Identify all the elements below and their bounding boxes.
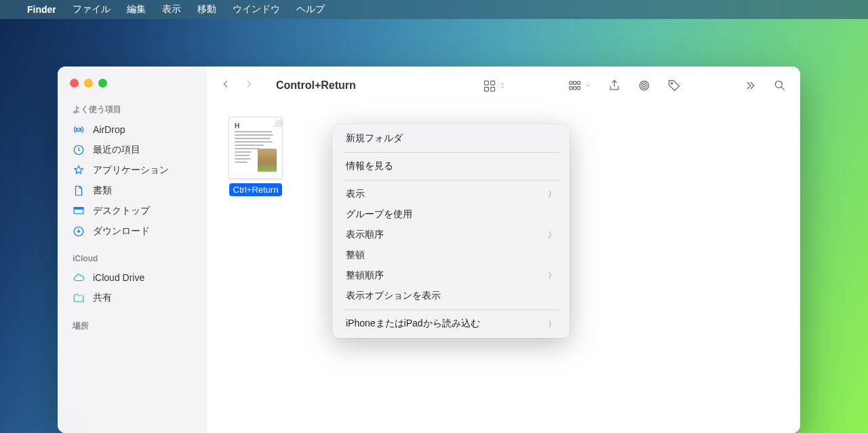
close-button[interactable] bbox=[70, 79, 79, 88]
window-controls bbox=[58, 76, 207, 98]
svg-rect-3 bbox=[74, 208, 83, 209]
sidebar-item-recents[interactable]: 最近の項目 bbox=[58, 140, 207, 160]
sidebar-item-label: アプリケーション bbox=[93, 164, 169, 176]
cm-get-info[interactable]: 情報を見る bbox=[336, 156, 566, 176]
svg-point-0 bbox=[77, 128, 81, 132]
chevron-right-icon: 〉 bbox=[548, 270, 556, 282]
sidebar-item-label: 最近の項目 bbox=[93, 144, 140, 156]
cm-import-from-device[interactable]: iPhoneまたはiPadから読み込む〉 bbox=[336, 314, 566, 334]
system-menubar: Finder ファイル 編集 表示 移動 ウインドウ ヘルプ bbox=[0, 0, 868, 19]
minimize-button[interactable] bbox=[84, 79, 93, 88]
svg-point-20 bbox=[775, 81, 782, 88]
svg-point-17 bbox=[642, 82, 647, 88]
svg-rect-13 bbox=[570, 86, 572, 89]
shared-folder-icon bbox=[73, 292, 85, 304]
svg-point-19 bbox=[671, 82, 673, 84]
menubar-app-name[interactable]: Finder bbox=[27, 4, 56, 15]
download-icon bbox=[73, 225, 85, 238]
sidebar-item-label: AirDrop bbox=[93, 124, 125, 135]
sidebar-item-icloud-drive[interactable]: iCloud Drive bbox=[58, 267, 207, 288]
applications-icon bbox=[73, 164, 85, 176]
cm-new-folder[interactable]: 新規フォルダ bbox=[336, 128, 566, 149]
cm-use-groups[interactable]: グループを使用 bbox=[336, 204, 566, 225]
svg-rect-7 bbox=[491, 81, 495, 85]
sidebar-item-shared[interactable]: 共有 bbox=[58, 288, 207, 308]
sidebar-item-label: iCloud Drive bbox=[93, 272, 144, 283]
svg-rect-8 bbox=[485, 87, 489, 91]
menubar-help[interactable]: ヘルプ bbox=[296, 3, 325, 16]
file-name-label[interactable]: Ctrl+Return bbox=[229, 183, 283, 196]
sidebar-item-applications[interactable]: アプリケーション bbox=[58, 160, 207, 181]
svg-rect-11 bbox=[574, 81, 576, 84]
airdrop-toolbar-icon[interactable] bbox=[637, 79, 651, 92]
cm-view[interactable]: 表示〉 bbox=[336, 184, 566, 204]
window-title: Control+Return bbox=[273, 79, 356, 92]
svg-rect-6 bbox=[485, 81, 489, 85]
svg-point-16 bbox=[643, 84, 645, 86]
finder-toolbar: Control+Return bbox=[207, 67, 800, 105]
search-button[interactable] bbox=[773, 79, 787, 92]
tags-button[interactable] bbox=[667, 79, 681, 92]
sidebar-header-icloud: iCloud bbox=[58, 250, 207, 267]
forward-button[interactable] bbox=[243, 79, 254, 92]
svg-rect-12 bbox=[577, 81, 580, 84]
clock-icon bbox=[73, 144, 85, 156]
sidebar-item-label: ダウンロード bbox=[93, 225, 150, 238]
chevron-right-icon: 〉 bbox=[548, 318, 556, 330]
desktop-icon bbox=[73, 205, 85, 217]
share-button[interactable] bbox=[608, 79, 621, 92]
menubar-go[interactable]: 移動 bbox=[197, 3, 216, 16]
sidebar-item-airdrop[interactable]: AirDrop bbox=[58, 119, 207, 140]
svg-rect-10 bbox=[570, 81, 572, 84]
cm-clean-up[interactable]: 整頓 bbox=[336, 245, 566, 265]
back-button[interactable] bbox=[220, 79, 231, 92]
context-menu: 新規フォルダ 情報を見る 表示〉 グループを使用 表示順序〉 整頓 整頓順序〉 … bbox=[332, 124, 570, 338]
cloud-icon bbox=[73, 271, 85, 284]
menubar-view[interactable]: 表示 bbox=[162, 3, 181, 16]
finder-window: よく使う項目 AirDrop 最近の項目 アプリケーション 書類 デスクトップ bbox=[58, 67, 800, 433]
svg-rect-15 bbox=[577, 86, 580, 89]
sidebar-header-locations: 場所 bbox=[58, 316, 207, 336]
sidebar-header-favorites: よく使う項目 bbox=[58, 100, 207, 119]
sidebar-item-label: 書類 bbox=[93, 185, 112, 197]
svg-rect-9 bbox=[491, 87, 495, 91]
sidebar-item-documents[interactable]: 書類 bbox=[58, 181, 207, 201]
chevron-right-icon: 〉 bbox=[548, 229, 556, 241]
sidebar-item-downloads[interactable]: ダウンロード bbox=[58, 221, 207, 242]
svg-rect-14 bbox=[574, 86, 576, 89]
sidebar-item-label: 共有 bbox=[93, 292, 112, 304]
cm-show-view-options[interactable]: 表示オプションを表示 bbox=[336, 286, 566, 306]
svg-point-5 bbox=[80, 295, 82, 297]
fullscreen-button[interactable] bbox=[98, 79, 107, 88]
menubar-edit[interactable]: 編集 bbox=[127, 3, 146, 16]
sidebar-item-desktop[interactable]: デスクトップ bbox=[58, 201, 207, 221]
airdrop-icon bbox=[73, 124, 85, 136]
file-item[interactable]: H Ctrl+Return bbox=[222, 117, 290, 196]
document-icon bbox=[73, 185, 85, 197]
document-thumbnail-icon: H bbox=[229, 117, 283, 179]
menubar-file[interactable]: ファイル bbox=[73, 3, 111, 16]
menubar-window[interactable]: ウインドウ bbox=[233, 3, 280, 16]
sidebar-item-label: デスクトップ bbox=[93, 205, 150, 217]
overflow-button[interactable] bbox=[743, 79, 757, 92]
chevron-right-icon: 〉 bbox=[548, 189, 556, 200]
cm-clean-up-by[interactable]: 整頓順序〉 bbox=[336, 265, 566, 286]
cm-sort-by[interactable]: 表示順序〉 bbox=[336, 225, 566, 245]
view-mode-button[interactable] bbox=[483, 79, 506, 92]
finder-sidebar: よく使う項目 AirDrop 最近の項目 アプリケーション 書類 デスクトップ bbox=[58, 67, 207, 433]
group-button[interactable] bbox=[568, 79, 591, 92]
